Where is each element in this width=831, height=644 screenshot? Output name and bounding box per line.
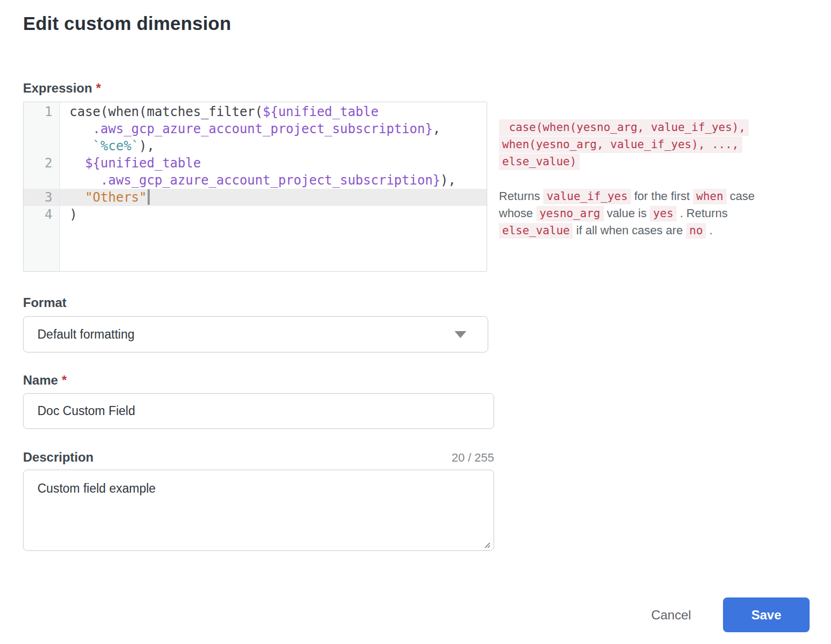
code-segment: , (433, 121, 440, 136)
page-title: Edit custom dimension (23, 13, 231, 34)
doc-text: for the first (631, 189, 693, 203)
code-segment: ), (441, 173, 456, 188)
function-description: Returns value_if_yes for the first when … (499, 188, 778, 239)
code-segment: `%ce%` (93, 139, 139, 154)
code-row: "Others" (70, 189, 150, 206)
code-segment (70, 139, 93, 154)
code-segment: .aws_gcp_azure_account_project_subscript… (93, 121, 433, 136)
chevron-down-icon (455, 331, 466, 338)
doc-text: . Returns (676, 206, 727, 220)
name-input[interactable] (23, 393, 494, 429)
required-asterisk: * (61, 373, 66, 387)
doc-text: . (706, 224, 712, 237)
doc-text: value is (604, 206, 650, 220)
signature-line: case(when(yesno_arg, value_if_yes), (499, 119, 778, 136)
cancel-button-label: Cancel (651, 608, 691, 623)
description-label: Description (23, 450, 94, 465)
required-asterisk: * (96, 81, 101, 95)
code-segment (70, 190, 85, 205)
expression-label-text: Expression (23, 81, 92, 95)
code-content: case(when(matches_filter(${unified_table… (59, 103, 441, 155)
expression-code-editor[interactable]: 1case(when(matches_filter(${unified_tabl… (23, 102, 487, 272)
line-number: 3 (24, 189, 59, 206)
description-textarea[interactable]: Custom field example (23, 470, 494, 551)
cancel-button[interactable]: Cancel (634, 597, 709, 632)
signature-code: when(yesno_arg, value_if_yes), ..., (499, 136, 742, 153)
code-segment: ${unified_table (85, 156, 201, 171)
doc-code-chip: else_value (499, 223, 573, 239)
doc-code-chip: yesno_arg (536, 206, 604, 221)
code-line: 2 ${unified_table .aws_gcp_azure_account… (24, 155, 487, 189)
doc-code-chip: no (686, 223, 706, 239)
code-line: 3 "Others" (24, 189, 487, 206)
code-segment (70, 156, 85, 171)
line-number: 4 (24, 206, 59, 223)
format-select[interactable]: Default formatting (23, 316, 488, 352)
line-number: 2 (24, 155, 59, 189)
code-row: case(when(matches_filter(${unified_table (70, 103, 441, 120)
save-button-label: Save (751, 608, 781, 623)
signature-code: else_value) (499, 154, 580, 170)
name-label: Name* (23, 373, 67, 388)
expression-label: Expression* (23, 81, 101, 96)
code-segment: .aws_gcp_azure_account_project_subscript… (101, 173, 441, 188)
text-cursor (148, 189, 150, 205)
editor-gutter-divider (59, 102, 60, 271)
code-segment (70, 173, 101, 188)
doc-text: Returns (499, 189, 543, 203)
code-segment (70, 121, 93, 136)
code-content: "Others" (59, 189, 150, 206)
code-line: 1case(when(matches_filter(${unified_tabl… (24, 103, 487, 155)
code-segment: ), (139, 139, 155, 154)
code-line: 4) (24, 206, 487, 223)
doc-code-chip: when (693, 189, 727, 204)
code-segment: ${unified_table (263, 104, 379, 119)
save-button[interactable]: Save (723, 597, 810, 632)
code-segment: ) (70, 207, 77, 222)
code-row: ${unified_table (70, 155, 456, 172)
code-row: `%ce%`), (70, 137, 441, 155)
description-header-row: Description 20 / 255 (23, 450, 494, 465)
format-label: Format (23, 295, 66, 310)
edit-custom-dimension-dialog: Edit custom dimension Expression* 1case(… (0, 0, 831, 644)
editor-lines: 1case(when(matches_filter(${unified_tabl… (24, 102, 487, 223)
char-counter: 20 / 255 (451, 451, 494, 465)
function-signature: case(when(yesno_arg, value_if_yes), when… (499, 119, 778, 170)
signature-code: case(when(yesno_arg, value_if_yes), (499, 119, 749, 136)
code-content: ) (59, 206, 77, 223)
code-segment: "Others" (85, 190, 147, 205)
doc-code-chip: value_if_yes (543, 189, 631, 204)
name-label-text: Name (23, 373, 58, 387)
function-docs-panel: case(when(yesno_arg, value_if_yes), when… (499, 119, 778, 239)
code-content: ${unified_table .aws_gcp_azure_account_p… (59, 155, 456, 189)
line-number: 1 (24, 103, 59, 155)
doc-text: if all when cases are (573, 224, 686, 237)
code-row: .aws_gcp_azure_account_project_subscript… (70, 120, 441, 137)
format-select-value: Default formatting (37, 327, 455, 342)
signature-line: else_value) (499, 153, 778, 170)
code-segment: case(when(matches_filter( (70, 104, 263, 119)
code-row: .aws_gcp_azure_account_project_subscript… (70, 172, 456, 189)
signature-line: when(yesno_arg, value_if_yes), ..., (499, 136, 778, 153)
doc-code-chip: yes (650, 206, 676, 221)
code-row: ) (70, 206, 77, 223)
resize-handle-icon[interactable] (481, 539, 491, 549)
